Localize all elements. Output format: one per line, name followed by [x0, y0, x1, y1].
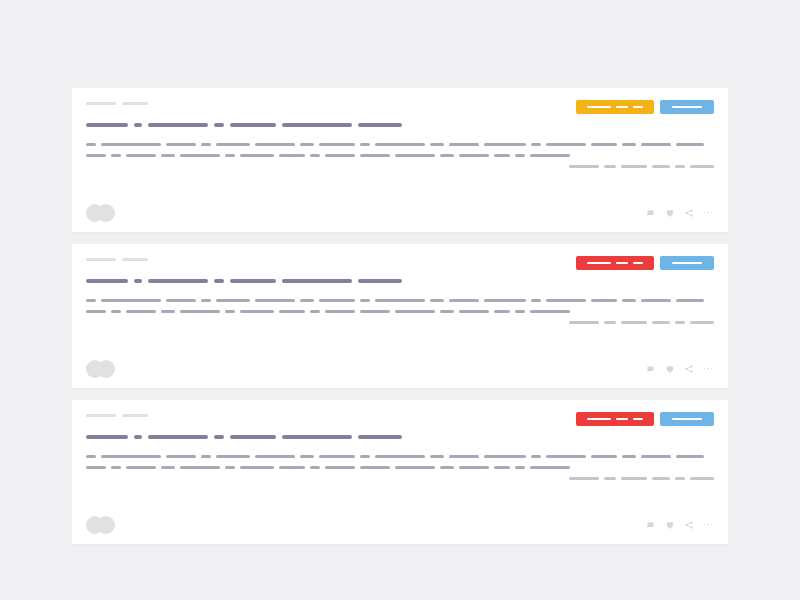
share-icon[interactable]: [684, 364, 694, 374]
share-icon[interactable]: [684, 520, 694, 530]
badge-group: [576, 256, 714, 270]
svg-line-4: [687, 213, 691, 215]
comment-icon[interactable]: [646, 208, 656, 218]
card-meta: [86, 414, 148, 417]
avatar-stack[interactable]: [86, 204, 115, 222]
card-list: ·········: [72, 88, 728, 544]
secondary-badge[interactable]: [660, 100, 714, 114]
svg-line-8: [687, 367, 691, 369]
avatar-stack[interactable]: [86, 516, 115, 534]
card-body: [86, 143, 714, 168]
card[interactable]: ···: [72, 88, 728, 232]
card-meta: [86, 102, 148, 105]
heart-icon[interactable]: [665, 208, 675, 218]
more-icon[interactable]: ···: [703, 364, 714, 374]
comment-icon[interactable]: [646, 520, 656, 530]
card[interactable]: ···: [72, 244, 728, 388]
secondary-badge[interactable]: [660, 256, 714, 270]
card-title: [86, 435, 714, 439]
card-actions: ···: [646, 208, 714, 218]
primary-badge[interactable]: [576, 256, 654, 270]
card-title: [86, 123, 714, 127]
card-meta: [86, 258, 148, 261]
svg-line-9: [687, 369, 691, 371]
avatar: [97, 204, 115, 222]
card-body: [86, 299, 714, 324]
card-actions: ···: [646, 520, 714, 530]
badge-group: [576, 100, 714, 114]
more-icon[interactable]: ···: [703, 208, 714, 218]
comment-icon[interactable]: [646, 364, 656, 374]
svg-line-14: [687, 525, 691, 527]
heart-icon[interactable]: [665, 520, 675, 530]
primary-badge[interactable]: [576, 412, 654, 426]
avatar: [97, 360, 115, 378]
card[interactable]: ···: [72, 400, 728, 544]
secondary-badge[interactable]: [660, 412, 714, 426]
svg-line-13: [687, 523, 691, 525]
card-actions: ···: [646, 364, 714, 374]
avatar: [97, 516, 115, 534]
badge-group: [576, 412, 714, 426]
avatar-stack[interactable]: [86, 360, 115, 378]
svg-line-3: [687, 211, 691, 213]
share-icon[interactable]: [684, 208, 694, 218]
primary-badge[interactable]: [576, 100, 654, 114]
heart-icon[interactable]: [665, 364, 675, 374]
card-body: [86, 455, 714, 480]
more-icon[interactable]: ···: [703, 520, 714, 530]
card-title: [86, 279, 714, 283]
